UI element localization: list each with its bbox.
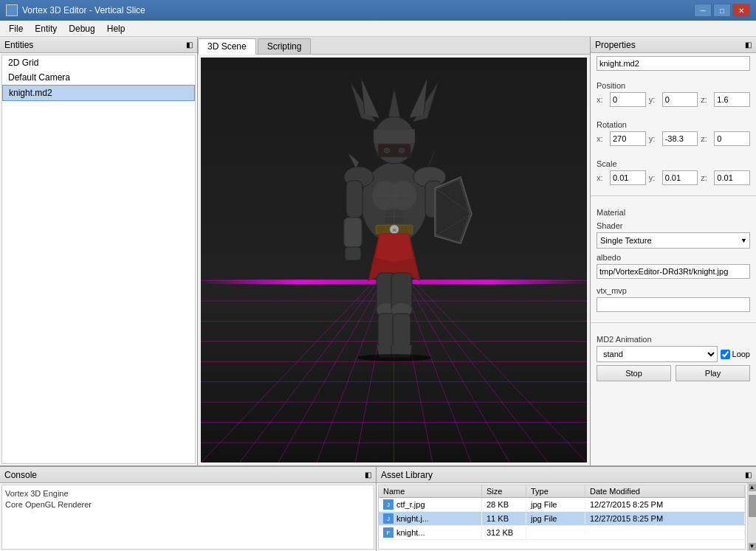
menu-entity[interactable]: Entity [29, 22, 63, 35]
asset-title: Asset Library [381, 470, 433, 480]
scene-panel: 3D Scene Scripting [198, 37, 590, 465]
asset-row-0[interactable]: J ctf_r.jpg 28 KB jpg File 12/27/2015 8:… [379, 498, 745, 512]
asset-size-1: 11 KB [482, 513, 526, 524]
asset-size-2: 312 KB [482, 527, 526, 538]
position-section: Position x: y: z: [591, 74, 756, 113]
loop-checkbox[interactable] [721, 350, 730, 359]
file-icon-1: J [383, 513, 394, 524]
vtx-mvp-label: vtx_mvp [597, 286, 750, 295]
divider-1 [591, 195, 756, 196]
asset-collapse-btn[interactable]: ◧ [745, 471, 752, 479]
file-icon-0: J [383, 499, 394, 510]
pos-z-label: z: [701, 95, 711, 104]
stop-button[interactable]: Stop [597, 365, 671, 381]
shader-label: Shader [597, 221, 750, 230]
asset-date-2 [585, 531, 745, 534]
properties-collapse-btn[interactable]: ◧ [745, 41, 752, 49]
entity-name-input[interactable] [597, 56, 750, 71]
col-size: Size [482, 485, 526, 497]
properties-title: Properties [595, 40, 636, 50]
properties-panel: Properties ◧ Position x: y: z: Rotation [590, 37, 756, 465]
asset-name-2: F knight... [379, 526, 482, 539]
asset-size-0: 28 KB [482, 499, 526, 510]
title-bar: Vortex 3D Editor - Vertical Slice ─ □ ✕ [0, 0, 756, 21]
asset-row-2[interactable]: F knight... 312 KB [379, 526, 745, 540]
pos-z-input[interactable] [714, 92, 750, 107]
rotation-label: Rotation [597, 120, 750, 129]
svg-text:☠: ☠ [392, 227, 396, 232]
close-button[interactable]: ✕ [732, 4, 750, 17]
albedo-input[interactable] [597, 264, 750, 279]
menu-file[interactable]: File [3, 22, 29, 35]
tab-3dscene[interactable]: 3D Scene [198, 38, 256, 55]
col-type: Type [526, 485, 585, 497]
rot-y-label: y: [649, 134, 659, 143]
asset-row-1[interactable]: J knight.j... 11 KB jpg File 12/27/2015 … [379, 512, 745, 526]
console-content: Vortex 3D Engine Core OpenGL Renderer [1, 485, 374, 550]
console-collapse-btn[interactable]: ◧ [365, 471, 371, 479]
lower-area: Console ◧ Vortex 3D Engine Core OpenGL R… [0, 466, 756, 551]
rot-x-label: x: [597, 134, 607, 143]
scale-label: Scale [597, 159, 750, 168]
col-name: Name [379, 485, 482, 497]
svg-rect-48 [393, 313, 410, 347]
upper-area: Entities ◧ 2D Grid Default Camera knight… [0, 37, 756, 466]
console-panel: Console ◧ Vortex 3D Engine Core OpenGL R… [0, 467, 377, 551]
tab-scripting[interactable]: Scripting [258, 38, 312, 54]
md2-anim-label: MD2 Animation [597, 335, 750, 344]
svg-point-51 [357, 354, 431, 361]
asset-table-header: Name Size Type Date Modified [379, 485, 745, 498]
scroll-thumb[interactable] [749, 495, 756, 517]
console-title: Console [4, 470, 37, 480]
rotation-section: Rotation x: y: z: [591, 113, 756, 152]
entities-header: Entities ◧ [0, 37, 197, 53]
scale-section: Scale x: y: z: [591, 152, 756, 191]
scale-z-label: z: [701, 173, 711, 182]
maximize-button[interactable]: □ [713, 4, 731, 17]
shader-select[interactable]: Single Texture Phong Unlit [597, 232, 750, 249]
menu-help[interactable]: Help [101, 22, 131, 35]
asset-date-0: 12/27/2015 8:25 PM [585, 499, 745, 510]
entities-collapse-btn[interactable]: ◧ [186, 41, 193, 49]
file-icon-2: F [383, 527, 394, 538]
scale-z-input[interactable] [714, 170, 750, 185]
entity-item-camera[interactable]: Default Camera [2, 70, 195, 85]
asset-type-1: jpg File [526, 513, 585, 524]
shader-select-wrapper: Single Texture Phong Unlit ▼ [597, 232, 750, 249]
properties-header: Properties ◧ [591, 37, 756, 53]
scroll-up-btn[interactable]: ▲ [749, 484, 756, 491]
md2-anim-section: MD2 Animation stand Loop Stop Play [591, 328, 756, 384]
menu-debug[interactable]: Debug [63, 22, 100, 35]
divider-2 [591, 322, 756, 323]
rot-x-input[interactable] [610, 131, 646, 146]
console-header: Console ◧ [0, 467, 376, 483]
asset-name-1: J knight.j... [379, 512, 482, 525]
entity-item-knight[interactable]: knight.md2 [2, 85, 195, 101]
app-icon [6, 4, 18, 16]
minimize-button[interactable]: ─ [694, 4, 712, 17]
rot-y-input[interactable] [662, 131, 698, 146]
entity-item-2dgrid[interactable]: 2D Grid [2, 55, 195, 70]
material-section: Material Shader Single Texture Phong Unl… [591, 201, 756, 318]
svg-rect-38 [345, 247, 361, 260]
vtx-mvp-input[interactable] [597, 297, 750, 312]
animation-select[interactable]: stand [597, 346, 718, 362]
asset-scrollbar[interactable]: ▲ ▼ [747, 483, 756, 551]
pos-x-input[interactable] [610, 92, 646, 107]
scale-x-input[interactable] [610, 170, 646, 185]
scale-x-label: x: [597, 173, 607, 182]
main-container: Entities ◧ 2D Grid Default Camera knight… [0, 37, 756, 551]
play-button[interactable]: Play [676, 365, 750, 381]
rot-z-input[interactable] [714, 131, 750, 146]
scene-viewport[interactable]: ☠ [201, 58, 587, 462]
svg-rect-32 [378, 144, 410, 157]
position-label: Position [597, 81, 750, 90]
pos-x-label: x: [597, 95, 607, 104]
console-line-1: Core OpenGL Renderer [5, 499, 371, 510]
svg-point-33 [384, 148, 390, 153]
loop-checkbox-label: Loop [721, 350, 750, 359]
scale-y-input[interactable] [662, 170, 698, 185]
asset-table: Name Size Type Date Modified J ctf_r.jpg… [378, 485, 746, 550]
scroll-down-btn[interactable]: ▼ [749, 543, 756, 550]
pos-y-input[interactable] [662, 92, 698, 107]
